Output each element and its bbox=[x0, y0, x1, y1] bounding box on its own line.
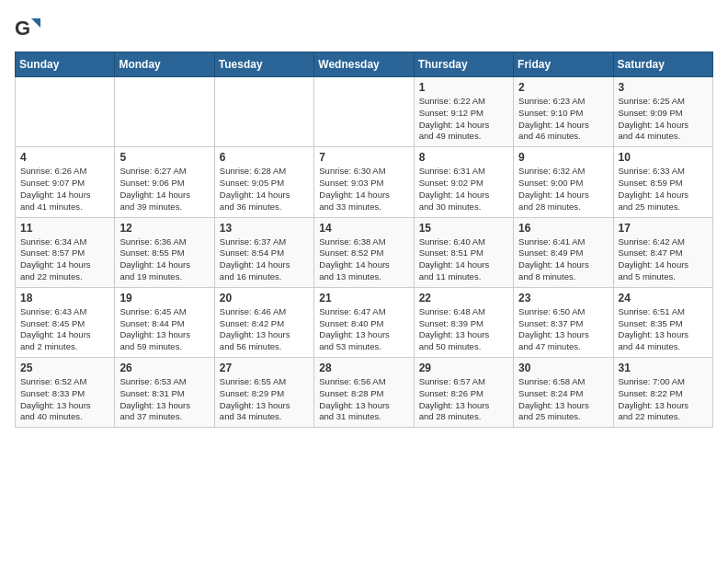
calendar-cell: 16Sunrise: 6:41 AM Sunset: 8:49 PM Dayli… bbox=[514, 217, 613, 287]
calendar-cell: 24Sunrise: 6:51 AM Sunset: 8:35 PM Dayli… bbox=[613, 287, 712, 357]
day-info: Sunrise: 6:31 AM Sunset: 9:02 PM Dayligh… bbox=[419, 166, 508, 213]
weekday-header-saturday: Saturday bbox=[613, 52, 712, 77]
calendar-cell: 21Sunrise: 6:47 AM Sunset: 8:40 PM Dayli… bbox=[314, 287, 414, 357]
day-info: Sunrise: 6:55 AM Sunset: 8:29 PM Dayligh… bbox=[220, 376, 309, 423]
day-number: 13 bbox=[220, 222, 309, 235]
calendar-cell: 14Sunrise: 6:38 AM Sunset: 8:52 PM Dayli… bbox=[314, 217, 414, 287]
day-info: Sunrise: 6:34 AM Sunset: 8:57 PM Dayligh… bbox=[20, 236, 109, 283]
weekday-header-row: SundayMondayTuesdayWednesdayThursdayFrid… bbox=[16, 52, 713, 77]
day-number: 1 bbox=[419, 81, 508, 94]
day-number: 17 bbox=[619, 222, 708, 235]
day-info: Sunrise: 6:57 AM Sunset: 8:26 PM Dayligh… bbox=[419, 376, 508, 423]
calendar-cell: 20Sunrise: 6:46 AM Sunset: 8:42 PM Dayli… bbox=[214, 287, 313, 357]
day-number: 15 bbox=[419, 222, 508, 235]
calendar-cell: 12Sunrise: 6:36 AM Sunset: 8:55 PM Dayli… bbox=[115, 217, 214, 287]
calendar-cell: 9Sunrise: 6:32 AM Sunset: 9:00 PM Daylig… bbox=[514, 147, 613, 217]
day-info: Sunrise: 6:41 AM Sunset: 8:49 PM Dayligh… bbox=[518, 236, 608, 283]
day-info: Sunrise: 6:40 AM Sunset: 8:51 PM Dayligh… bbox=[419, 236, 508, 283]
day-number: 21 bbox=[319, 292, 408, 304]
day-info: Sunrise: 6:58 AM Sunset: 8:24 PM Dayligh… bbox=[518, 376, 608, 423]
day-number: 29 bbox=[419, 362, 508, 374]
calendar-cell: 7Sunrise: 6:30 AM Sunset: 9:03 PM Daylig… bbox=[314, 147, 414, 217]
weekday-header-wednesday: Wednesday bbox=[314, 52, 414, 77]
calendar-cell: 5Sunrise: 6:27 AM Sunset: 9:06 PM Daylig… bbox=[115, 147, 214, 217]
calendar-cell: 3Sunrise: 6:25 AM Sunset: 9:09 PM Daylig… bbox=[613, 77, 712, 147]
weekday-header-friday: Friday bbox=[514, 52, 613, 77]
day-info: Sunrise: 6:36 AM Sunset: 8:55 PM Dayligh… bbox=[119, 236, 209, 283]
calendar-cell bbox=[115, 77, 214, 147]
calendar-cell: 30Sunrise: 6:58 AM Sunset: 8:24 PM Dayli… bbox=[514, 358, 613, 428]
day-info: Sunrise: 6:47 AM Sunset: 8:40 PM Dayligh… bbox=[319, 306, 408, 353]
calendar-cell: 19Sunrise: 6:45 AM Sunset: 8:44 PM Dayli… bbox=[115, 287, 214, 357]
calendar-cell: 15Sunrise: 6:40 AM Sunset: 8:51 PM Dayli… bbox=[414, 217, 513, 287]
day-info: Sunrise: 6:23 AM Sunset: 9:10 PM Dayligh… bbox=[518, 96, 608, 143]
day-info: Sunrise: 6:27 AM Sunset: 9:06 PM Dayligh… bbox=[119, 166, 209, 213]
day-number: 9 bbox=[518, 151, 608, 164]
calendar-cell: 13Sunrise: 6:37 AM Sunset: 8:54 PM Dayli… bbox=[214, 217, 313, 287]
day-info: Sunrise: 6:48 AM Sunset: 8:39 PM Dayligh… bbox=[419, 306, 508, 353]
day-info: Sunrise: 6:56 AM Sunset: 8:28 PM Dayligh… bbox=[319, 376, 408, 423]
day-number: 18 bbox=[20, 292, 109, 304]
day-number: 4 bbox=[20, 151, 109, 164]
calendar-cell: 2Sunrise: 6:23 AM Sunset: 9:10 PM Daylig… bbox=[514, 77, 613, 147]
day-info: Sunrise: 6:32 AM Sunset: 9:00 PM Dayligh… bbox=[518, 166, 608, 213]
calendar-cell: 6Sunrise: 6:28 AM Sunset: 9:05 PM Daylig… bbox=[214, 147, 313, 217]
day-number: 20 bbox=[220, 292, 309, 304]
day-number: 2 bbox=[518, 81, 608, 94]
calendar-header: SundayMondayTuesdayWednesdayThursdayFrid… bbox=[16, 52, 713, 77]
calendar-cell: 10Sunrise: 6:33 AM Sunset: 8:59 PM Dayli… bbox=[613, 147, 712, 217]
calendar-cell bbox=[314, 77, 414, 147]
day-number: 19 bbox=[119, 292, 209, 304]
day-number: 28 bbox=[319, 362, 408, 374]
day-number: 8 bbox=[419, 151, 508, 164]
day-number: 31 bbox=[619, 362, 708, 374]
calendar-cell: 18Sunrise: 6:43 AM Sunset: 8:45 PM Dayli… bbox=[16, 287, 115, 357]
day-number: 14 bbox=[319, 222, 408, 235]
day-info: Sunrise: 7:00 AM Sunset: 8:22 PM Dayligh… bbox=[619, 376, 708, 423]
logo-icon: G bbox=[15, 15, 40, 40]
day-info: Sunrise: 6:30 AM Sunset: 9:03 PM Dayligh… bbox=[319, 166, 408, 213]
calendar-cell: 25Sunrise: 6:52 AM Sunset: 8:33 PM Dayli… bbox=[16, 358, 115, 428]
day-number: 30 bbox=[518, 362, 608, 374]
day-info: Sunrise: 6:43 AM Sunset: 8:45 PM Dayligh… bbox=[20, 306, 109, 353]
day-number: 23 bbox=[518, 292, 608, 304]
calendar-cell bbox=[16, 77, 115, 147]
weekday-header-monday: Monday bbox=[115, 52, 214, 77]
calendar-week-row: 4Sunrise: 6:26 AM Sunset: 9:07 PM Daylig… bbox=[16, 147, 713, 217]
calendar-cell: 8Sunrise: 6:31 AM Sunset: 9:02 PM Daylig… bbox=[414, 147, 513, 217]
calendar-cell bbox=[214, 77, 313, 147]
day-info: Sunrise: 6:22 AM Sunset: 9:12 PM Dayligh… bbox=[419, 96, 508, 143]
calendar-week-row: 18Sunrise: 6:43 AM Sunset: 8:45 PM Dayli… bbox=[16, 287, 713, 357]
calendar-table: SundayMondayTuesdayWednesdayThursdayFrid… bbox=[15, 52, 713, 428]
svg-text:G: G bbox=[15, 17, 30, 40]
calendar-cell: 11Sunrise: 6:34 AM Sunset: 8:57 PM Dayli… bbox=[16, 217, 115, 287]
logo: G bbox=[15, 15, 44, 40]
calendar-cell: 4Sunrise: 6:26 AM Sunset: 9:07 PM Daylig… bbox=[16, 147, 115, 217]
day-number: 3 bbox=[619, 81, 708, 94]
calendar-cell: 23Sunrise: 6:50 AM Sunset: 8:37 PM Dayli… bbox=[514, 287, 613, 357]
calendar-cell: 27Sunrise: 6:55 AM Sunset: 8:29 PM Dayli… bbox=[214, 358, 313, 428]
day-info: Sunrise: 6:46 AM Sunset: 8:42 PM Dayligh… bbox=[220, 306, 309, 353]
day-info: Sunrise: 6:45 AM Sunset: 8:44 PM Dayligh… bbox=[119, 306, 209, 353]
calendar-week-row: 1Sunrise: 6:22 AM Sunset: 9:12 PM Daylig… bbox=[16, 77, 713, 147]
calendar-cell: 22Sunrise: 6:48 AM Sunset: 8:39 PM Dayli… bbox=[414, 287, 513, 357]
day-number: 27 bbox=[220, 362, 309, 374]
day-number: 16 bbox=[518, 222, 608, 235]
calendar-cell: 17Sunrise: 6:42 AM Sunset: 8:47 PM Dayli… bbox=[613, 217, 712, 287]
day-info: Sunrise: 6:53 AM Sunset: 8:31 PM Dayligh… bbox=[119, 376, 209, 423]
svg-marker-1 bbox=[31, 18, 40, 28]
weekday-header-thursday: Thursday bbox=[414, 52, 513, 77]
day-number: 11 bbox=[20, 222, 109, 235]
calendar-cell: 29Sunrise: 6:57 AM Sunset: 8:26 PM Dayli… bbox=[414, 358, 513, 428]
calendar-week-row: 25Sunrise: 6:52 AM Sunset: 8:33 PM Dayli… bbox=[16, 358, 713, 428]
day-info: Sunrise: 6:42 AM Sunset: 8:47 PM Dayligh… bbox=[619, 236, 708, 283]
day-number: 10 bbox=[619, 151, 708, 164]
calendar-cell: 26Sunrise: 6:53 AM Sunset: 8:31 PM Dayli… bbox=[115, 358, 214, 428]
day-number: 26 bbox=[119, 362, 209, 374]
day-info: Sunrise: 6:50 AM Sunset: 8:37 PM Dayligh… bbox=[518, 306, 608, 353]
day-number: 7 bbox=[319, 151, 408, 164]
weekday-header-sunday: Sunday bbox=[16, 52, 115, 77]
calendar-body: 1Sunrise: 6:22 AM Sunset: 9:12 PM Daylig… bbox=[16, 77, 713, 428]
calendar-cell: 1Sunrise: 6:22 AM Sunset: 9:12 PM Daylig… bbox=[414, 77, 513, 147]
day-number: 22 bbox=[419, 292, 508, 304]
